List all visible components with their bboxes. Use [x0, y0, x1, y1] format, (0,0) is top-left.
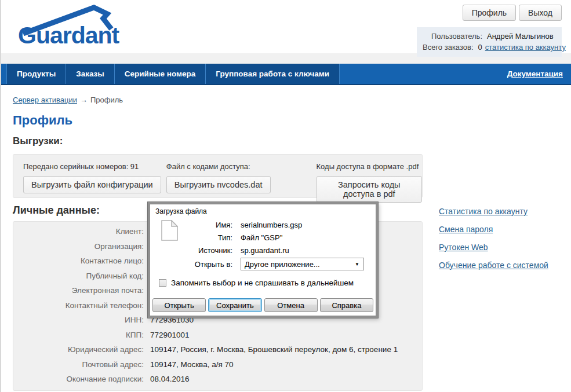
open-with-selected-value: Другое приложение...	[245, 260, 320, 269]
open-with-row: Открыть в: Другое приложение... ▼	[150, 258, 376, 270]
sidebar-link[interactable]: Смена пароля	[439, 224, 548, 235]
nav-item[interactable]: Групповая работа с ключами	[206, 64, 340, 84]
dialog-field-value: serialnumbers.gsp	[241, 219, 302, 232]
user-name: Андрей Мальгинов	[487, 31, 554, 42]
dialog-field-row: Имя: serialnumbers.gsp	[150, 219, 376, 232]
orders-count: 0	[478, 42, 482, 53]
sidebar: Статистика по аккаунтуСмена пароляРутоке…	[439, 206, 548, 278]
dialog-field-label: Имя:	[150, 219, 232, 232]
uploads-column-label: Файл с кодами доступа:	[166, 162, 250, 171]
field-label: Почтовый адрес:	[13, 357, 144, 372]
nav-items: ПродуктыЗаказыСерийные номераГрупповая р…	[6, 64, 340, 84]
uploads-action-button[interactable]: Выгрузить nvcodes.dat	[166, 176, 271, 193]
field-label: Юридический адрес:	[13, 342, 144, 357]
field-label: Окончание подписки:	[13, 372, 144, 387]
remember-checkbox-label: Запомнить выбор и не спрашивать в дальне…	[171, 279, 354, 287]
dialog-field-label: Источник:	[150, 244, 232, 257]
uploads-column-label: Коды доступа в формате .pdf	[317, 162, 419, 171]
breadcrumb-arrow: →	[80, 96, 88, 104]
dialog-button[interactable]: Справка	[320, 298, 373, 312]
personal-data-row: КПП: 772901001	[13, 328, 422, 343]
dialog-field-row: Источник: sp.guardant.ru	[150, 244, 376, 257]
sidebar-link[interactable]: Рутокен Web	[439, 242, 548, 252]
page: Guardant Профиль Выход Пользователь: Анд…	[0, 0, 571, 392]
nav-item[interactable]: Серийные номера	[115, 64, 206, 84]
uploads-action-button[interactable]: Выгрузить файл конфигурации	[23, 176, 161, 193]
uploads-heading: Выгрузки:	[13, 135, 571, 147]
uploads-column-label: Передано серийных номеров: 91	[23, 162, 139, 171]
field-label: Электронная почта:	[13, 283, 144, 298]
open-with-select[interactable]: Другое приложение... ▼	[241, 258, 364, 270]
field-value: 08.04.2016	[150, 372, 190, 387]
site-header: Guardant Профиль Выход Пользователь: Анд…	[1, 0, 571, 53]
session-buttons: Профиль Выход	[463, 5, 562, 21]
field-label: Клиент:	[13, 224, 144, 239]
personal-data-row: Юридический адрес: 109147, Россия, г. Мо…	[13, 342, 422, 357]
dialog-button[interactable]: Открыть	[152, 298, 206, 312]
dialog-title: Загрузка файла	[155, 207, 207, 215]
download-dialog: Загрузка файла Имя: serialnumbers.gsp Ти…	[148, 202, 378, 318]
guardant-logo-image: Guardant	[9, 1, 134, 47]
logout-button[interactable]: Выход	[519, 5, 562, 21]
main-nav: ПродуктыЗаказыСерийные номераГрупповая р…	[1, 64, 571, 85]
field-value: 109147, Россия, г. Москва, Брошевский пе…	[150, 342, 398, 357]
chevron-down-icon: ▼	[355, 262, 359, 267]
remember-checkbox[interactable]	[159, 279, 166, 287]
orders-label: Всего заказов:	[423, 42, 474, 53]
dialog-button[interactable]: Сохранить	[208, 298, 261, 312]
profile-button[interactable]: Профиль	[463, 5, 516, 21]
field-label: Публичный код:	[13, 269, 144, 284]
sidebar-link[interactable]: Статистика по аккаунту	[439, 206, 548, 217]
breadcrumb: Сервер активации→Профиль	[13, 96, 571, 104]
sidebar-link[interactable]: Обучение работе с системой	[439, 260, 548, 270]
uploads-column: Коды доступа в формате .pdf Запросить ко…	[317, 162, 422, 197]
breadcrumb-current: Профиль	[90, 96, 123, 104]
field-label: Контактное лицо:	[13, 254, 144, 269]
breadcrumb-root-link[interactable]: Сервер активации	[13, 96, 77, 104]
logo-text: Guardant	[18, 22, 120, 47]
dialog-field-row: Тип: Файл "GSP"	[150, 232, 376, 244]
open-with-label: Открыть в:	[150, 260, 232, 269]
documentation-link[interactable]: Документация	[507, 64, 563, 84]
uploads-column: Файл с кодами доступа: Выгрузить nvcodes…	[166, 162, 317, 197]
dialog-file-fields: Имя: serialnumbers.gsp Тип: Файл "GSP" И…	[150, 219, 376, 257]
account-stats-link[interactable]: статистика по аккаунту	[485, 42, 566, 53]
orders-row: Всего заказов: 0 статистика по аккаунту	[423, 42, 556, 53]
page-title: Профиль	[13, 113, 571, 128]
dialog-buttons: ОткрытьСохранитьОтменаСправка	[152, 298, 373, 312]
field-label: КПП:	[13, 328, 144, 343]
field-label: Контактный телефон:	[13, 298, 144, 313]
field-value: 772901001	[150, 328, 190, 343]
field-value: 109147, Москва, а/я 70	[150, 357, 233, 372]
user-info-box: Пользователь: Андрей Мальгинов Всего зак…	[417, 27, 562, 57]
uploads-column: Передано серийных номеров: 91 Выгрузить …	[23, 162, 166, 197]
dialog-field-value: sp.guardant.ru	[241, 244, 289, 257]
personal-data-row: Почтовый адрес: 109147, Москва, а/я 70	[13, 357, 422, 372]
nav-item[interactable]: Продукты	[6, 64, 66, 84]
user-name-row: Пользователь: Андрей Мальгинов	[423, 31, 556, 42]
dialog-field-value: Файл "GSP"	[241, 232, 282, 244]
remember-choice-row: Запомнить выбор и не спрашивать в дальне…	[159, 279, 354, 287]
dialog-button[interactable]: Отмена	[264, 298, 318, 312]
uploads-action-button[interactable]: Запросить коды доступа в pdf	[317, 176, 422, 203]
field-label: Организация:	[13, 239, 144, 254]
user-label: Пользователь:	[423, 31, 482, 42]
guardant-logo[interactable]: Guardant	[9, 1, 134, 50]
personal-data-row: Окончание подписки: 08.04.2016	[13, 372, 422, 387]
dialog-field-label: Тип:	[150, 232, 232, 244]
field-label: ИНН:	[13, 313, 144, 328]
uploads-box: Передано серийных номеров: 91 Выгрузить …	[13, 154, 423, 198]
nav-item[interactable]: Заказы	[66, 64, 115, 84]
